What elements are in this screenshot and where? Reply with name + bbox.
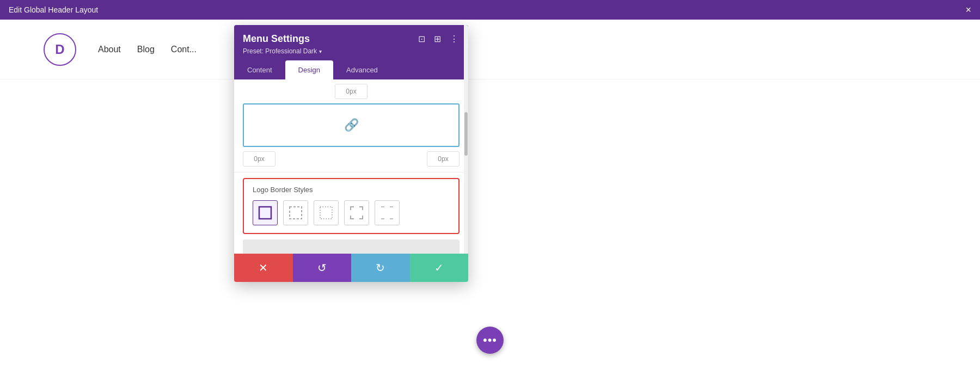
link-icon: 🔗 xyxy=(344,118,359,132)
tab-design[interactable]: Design xyxy=(285,60,333,79)
border-section-title: Logo Border Styles xyxy=(253,186,450,194)
nav-item-about: About xyxy=(98,45,121,54)
screen-icon-button[interactable]: ⊡ xyxy=(417,33,426,45)
border-style-dotted[interactable] xyxy=(314,200,339,225)
more-icon-button[interactable]: ⋮ xyxy=(449,33,460,45)
link-preview-area: 🔗 xyxy=(243,103,460,147)
preset-caret: ▾ xyxy=(319,48,322,54)
svg-rect-1 xyxy=(290,207,302,219)
fab-dots: ••• xyxy=(483,333,497,347)
border-style-dashed[interactable] xyxy=(283,200,308,225)
border-style-none[interactable] xyxy=(375,200,400,225)
menu-settings-panel: Menu Settings ⊡ ⊞ ⋮ Preset: Professional… xyxy=(234,25,468,282)
tab-advanced[interactable]: Advanced xyxy=(333,60,391,79)
save-button[interactable]: ✓ xyxy=(410,254,469,282)
border-style-corners[interactable] xyxy=(344,200,369,225)
border-section: Logo Border Styles xyxy=(243,178,460,234)
header-preview: D About Blog Cont... xyxy=(0,20,980,79)
padding-top-input[interactable] xyxy=(335,84,367,99)
title-bar-close-button[interactable]: × xyxy=(965,5,971,15)
modal-actions: ✕ ↺ ↻ ✓ xyxy=(234,254,468,282)
modal-preset[interactable]: Preset: Professional Dark ▾ xyxy=(243,47,460,55)
split-icon-button[interactable]: ⊞ xyxy=(433,33,442,45)
link-preview-box: 🔗 xyxy=(243,103,460,147)
undo-button[interactable]: ↺ xyxy=(293,254,352,282)
floating-action-button[interactable]: ••• xyxy=(476,327,504,354)
title-bar-title: Edit Global Header Layout xyxy=(9,5,98,14)
modal-tabs: Content Design Advanced xyxy=(234,60,468,79)
tab-content[interactable]: Content xyxy=(234,60,285,79)
padding-right-input[interactable] xyxy=(427,151,460,167)
modal-title: Menu Settings xyxy=(243,33,310,45)
nav-item-contact: Cont... xyxy=(171,45,197,54)
border-style-solid[interactable] xyxy=(253,200,278,225)
cancel-button[interactable]: ✕ xyxy=(234,254,293,282)
divider xyxy=(234,172,468,173)
redo-button[interactable]: ↻ xyxy=(351,254,410,282)
padding-sides xyxy=(234,151,468,167)
svg-rect-0 xyxy=(259,207,271,219)
preview-gray-area xyxy=(243,239,460,254)
modal-header: Menu Settings ⊡ ⊞ ⋮ Preset: Professional… xyxy=(234,25,468,60)
border-styles-row xyxy=(253,200,450,225)
logo: D xyxy=(44,33,76,66)
padding-top-row xyxy=(234,79,468,101)
padding-left-input[interactable] xyxy=(243,151,275,167)
modal-scrollbar[interactable] xyxy=(464,25,468,254)
modal-scrollbar-thumb xyxy=(464,112,468,156)
svg-rect-2 xyxy=(320,207,332,219)
modal-body: 🔗 Logo Border Styles xyxy=(234,79,468,254)
modal-header-row: Menu Settings ⊡ ⊞ ⋮ xyxy=(243,33,460,45)
nav-items: About Blog Cont... xyxy=(98,45,197,54)
nav-item-blog: Blog xyxy=(137,45,155,54)
modal-header-icons: ⊡ ⊞ ⋮ xyxy=(417,33,460,45)
title-bar: Edit Global Header Layout × xyxy=(0,0,980,20)
canvas-area: D About Blog Cont... Menu Settings ⊡ ⊞ ⋮… xyxy=(0,20,980,381)
